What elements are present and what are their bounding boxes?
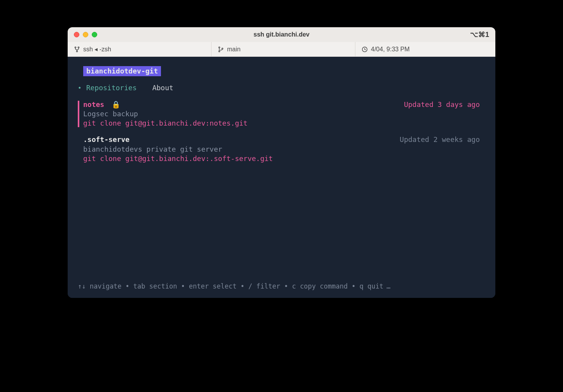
branch-label: main: [227, 46, 241, 53]
status-bar: ssh ◂ -zsh main 4/04, 9:33 PM: [68, 42, 495, 57]
tab-repositories[interactable]: Repositories: [86, 83, 137, 93]
svg-point-3: [219, 47, 220, 48]
repo-item-soft-serve[interactable]: .soft-serve Updated 2 weeks ago bianchid…: [68, 135, 495, 163]
repo-item-notes[interactable]: notes 🔒 Updated 3 days ago Logsec backup…: [68, 100, 495, 128]
server-name: bianchidotdev-git: [83, 66, 161, 76]
close-button[interactable]: [74, 32, 79, 37]
tab-about[interactable]: About: [152, 83, 173, 93]
repo-description: bianchidotdevs private git server: [83, 145, 480, 154]
repo-description: Logsec backup: [83, 109, 480, 119]
minimize-button[interactable]: [83, 32, 88, 37]
help-separator: •: [284, 282, 288, 291]
git-fork-icon: [74, 46, 80, 52]
svg-point-0: [75, 47, 76, 48]
tabs: • Repositories About: [78, 83, 495, 93]
repo-updated: Updated 2 weeks ago: [400, 135, 480, 144]
svg-point-2: [76, 51, 77, 52]
help-separator: •: [126, 282, 129, 291]
maximize-button[interactable]: [92, 32, 97, 37]
branch-icon: [218, 46, 224, 52]
status-branch: main: [212, 42, 355, 56]
terminal-window: ssh git.bianchi.dev ⌥⌘1 ssh ◂ -zsh main: [68, 27, 495, 298]
lock-icon: 🔒: [112, 100, 120, 108]
help-filter: / filter: [248, 282, 280, 291]
help-more: …: [386, 282, 390, 291]
tab-active-indicator: •: [78, 84, 82, 93]
repo-clone-command: git clone git@git.bianchi.dev:.soft-serv…: [83, 154, 480, 163]
window-title: ssh git.bianchi.dev: [254, 31, 309, 38]
process-label: ssh ◂ -zsh: [83, 46, 111, 53]
help-bar: ↑↓ navigate • tab section • enter select…: [78, 282, 485, 291]
status-time: 4/04, 9:33 PM: [355, 42, 495, 56]
clock-icon: [362, 46, 368, 52]
help-separator: •: [241, 282, 245, 291]
help-tab: tab section: [133, 282, 177, 291]
help-copy: c copy command: [292, 282, 348, 291]
svg-point-5: [222, 48, 223, 49]
traffic-lights: [74, 32, 97, 37]
svg-point-1: [78, 47, 79, 48]
repo-list: notes 🔒 Updated 3 days ago Logsec backup…: [68, 100, 495, 164]
help-enter: enter select: [189, 282, 237, 291]
repo-updated: Updated 3 days ago: [404, 100, 480, 109]
help-separator: •: [351, 282, 355, 291]
help-quit: q quit: [359, 282, 383, 291]
time-label: 4/04, 9:33 PM: [371, 46, 410, 53]
repo-clone-command: git clone git@git.bianchi.dev:notes.git: [83, 119, 480, 128]
repo-name: notes: [83, 100, 104, 108]
terminal-content[interactable]: bianchidotdev-git • Repositories About n…: [68, 57, 495, 298]
svg-point-4: [219, 51, 220, 52]
status-process: ssh ◂ -zsh: [68, 42, 212, 56]
help-separator: •: [181, 282, 185, 291]
repo-name: .soft-serve: [83, 135, 129, 144]
help-navigate: ↑↓ navigate: [78, 282, 122, 291]
keyboard-shortcut-indicator: ⌥⌘1: [470, 30, 489, 39]
window-titlebar: ssh git.bianchi.dev ⌥⌘1: [68, 27, 495, 42]
